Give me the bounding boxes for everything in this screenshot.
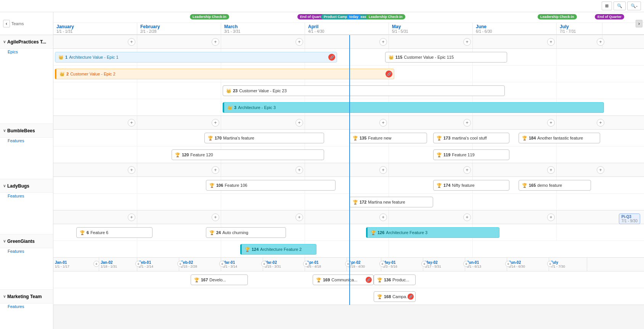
add-apr-bumble[interactable]: + — [379, 119, 387, 127]
bar-167-id: 167 — [201, 278, 208, 282]
add-jan-bumble[interactable]: + — [128, 119, 135, 127]
add-jan-lady[interactable]: + — [128, 166, 135, 174]
team-mktg-header-left[interactable]: ∨ Marketing Team — [0, 290, 53, 303]
bar-green-124[interactable]: 🏆 124 Architecture Feature 2 — [240, 244, 316, 255]
add-mar-green[interactable]: + — [296, 213, 303, 221]
gantt-scroll-area[interactable]: Leadership Check-in End of Quarter Produ… — [53, 12, 644, 329]
add-jan-agile[interactable]: + — [128, 38, 135, 46]
bar-agile-2[interactable]: 👑 2 Customer Value - Epic 2 🔗 — [55, 69, 394, 79]
add-mktg-apr2[interactable]: + — [379, 261, 385, 267]
add-may-bumble[interactable]: + — [463, 119, 471, 127]
add-jun-agile[interactable]: + — [547, 38, 555, 46]
team-bumble-header-left[interactable]: ∨ BumbleBees — [0, 124, 53, 138]
add-mar-bumble[interactable]: + — [296, 119, 303, 127]
add-feb-green[interactable]: + — [212, 213, 219, 221]
trophy-icon-124: 🏆 — [245, 247, 250, 252]
add-mktg-jan2[interactable]: + — [135, 261, 141, 267]
bar-mktg-168[interactable]: 🏆 168 Campa... 🔗 — [374, 291, 416, 302]
team-green-header-row: Pi-Q37/1 - 9/30 + + + + + + — [53, 210, 644, 224]
month-jul-header: July 7/1 - 7/31 — [557, 23, 602, 34]
add-jan-green[interactable]: + — [128, 213, 135, 221]
left-panel-header: ‹ Teams — [0, 12, 53, 35]
bar-green-126[interactable]: 🏆 126 Architecture Feature 3 — [366, 227, 499, 238]
add-may-green[interactable]: + — [463, 213, 471, 221]
bar-lady-172[interactable]: 🏆 172 Martina new feature — [349, 197, 433, 207]
bar-green-24[interactable]: 🏆 24 Auto churning — [206, 227, 286, 238]
bar-lady-106[interactable]: 🏆 106 Feature 106 — [206, 180, 336, 191]
month-feb-header: February 2/1 - 2/28 — [137, 23, 221, 34]
add-feb-lady[interactable]: + — [212, 166, 219, 174]
add-jul-bumble[interactable]: + — [597, 119, 604, 127]
add-jul-lady[interactable]: + — [597, 166, 604, 174]
green-row-1: 🏆 6 Feature 6 🏆 24 Auto churning 🏆 126 — [53, 224, 644, 241]
team-bumble-sub[interactable]: Features — [0, 138, 53, 145]
view-toggle-button[interactable]: ⊞ — [602, 2, 612, 10]
zoom-out-button[interactable]: 🔍- — [627, 2, 641, 10]
add-mktg-may1[interactable]: + — [421, 261, 427, 267]
add-mktg-jun2[interactable]: + — [547, 261, 553, 267]
add-mktg-jun1[interactable]: + — [505, 261, 511, 267]
agile-row-2: 👑 2 Customer Value - Epic 2 🔗 — [53, 66, 644, 82]
add-feb-bumble[interactable]: + — [212, 119, 219, 127]
add-apr-agile[interactable]: + — [379, 38, 387, 46]
bar-mktg-167[interactable]: 🏆 167 Develo... — [191, 274, 248, 285]
add-jun-lady[interactable]: + — [547, 166, 555, 174]
team-green-sub[interactable]: Features — [0, 248, 53, 256]
team-lady-sub[interactable]: Features — [0, 193, 53, 201]
zoom-in-button[interactable]: 🔍 — [613, 2, 626, 10]
bar-agile-23[interactable]: 👑 23 Customer Value - Epic 23 — [223, 85, 505, 96]
bar-agile-3[interactable]: 👑 3 Architecture - Epic 3 — [223, 102, 604, 113]
bar-agile-115[interactable]: 👑 115 Customer Value - Epic 115 — [385, 52, 507, 63]
bar-bumble-184[interactable]: 🏆 184 Another fantastic feature — [519, 133, 600, 143]
bar-agile-2-label: Customer Value - Epic 2 — [70, 72, 115, 76]
trophy-icon-6: 🏆 — [80, 230, 85, 235]
add-mar-agile[interactable]: + — [296, 38, 303, 46]
add-mktg-feb2[interactable]: + — [219, 261, 225, 267]
link-icon-169[interactable]: 🔗 — [366, 277, 372, 283]
bar-agile-115-id: 115 — [395, 55, 402, 59]
bar-bumble-120[interactable]: 🏆 120 Feature 120 — [172, 149, 324, 160]
add-jun-bumble[interactable]: + — [547, 119, 555, 127]
bar-mktg-136[interactable]: 🏆 136 Produc... — [374, 274, 416, 285]
add-mar-lady[interactable]: + — [296, 166, 303, 174]
add-jul-agile[interactable]: + — [597, 38, 604, 46]
add-feb-agile[interactable]: + — [212, 38, 219, 46]
bar-bumble-173[interactable]: 🏆 173 martina's cool stuff — [433, 133, 509, 143]
month-feb-range: 2/1 - 2/28 — [140, 29, 218, 34]
bar-lady-165[interactable]: 🏆 165 demo feature — [519, 180, 591, 191]
next-nav-button[interactable]: › — [636, 20, 642, 27]
team-lady-header-left[interactable]: ∨ LadyBugs — [0, 179, 53, 193]
bar-green-6[interactable]: 🏆 6 Feature 6 — [76, 227, 153, 238]
mktg-sub-jun2: Jun-02 6/14 - 6/30 — [507, 258, 549, 271]
add-may-lady[interactable]: + — [463, 166, 471, 174]
mktg-apr2-range: 4/19 - 4/30 — [348, 265, 379, 268]
bar-bumble-135[interactable]: 🏆 135 Feature new — [349, 133, 427, 143]
add-apr-lady[interactable]: + — [379, 166, 387, 174]
add-jun-green[interactable]: + — [547, 213, 555, 221]
bar-126-label: Architecture Feature 3 — [386, 230, 427, 235]
add-mktg-apr1[interactable]: + — [345, 261, 351, 267]
add-mktg-mar1[interactable]: + — [261, 261, 267, 267]
add-apr-green[interactable]: + — [379, 213, 387, 221]
bar-bumble-119[interactable]: 🏆 119 Feature 119 — [433, 149, 509, 160]
bar-mktg-169[interactable]: 🏆 169 Communica... 🔗 — [313, 274, 374, 285]
bar-agile-1[interactable]: 👑 1 Architecture Value - Epic 1 🔗 — [55, 52, 337, 63]
bar-bumble-170[interactable]: 🏆 170 Martina's feature — [204, 133, 324, 143]
team-green-header-left[interactable]: ∨ GreenGiants — [0, 234, 53, 248]
add-may-agile[interactable]: + — [463, 38, 471, 46]
add-mktg-jan1[interactable]: + — [93, 261, 100, 267]
team-agile-header-left[interactable]: ∨ AgilePractices T... — [0, 35, 53, 49]
add-mktg-may2[interactable]: + — [463, 261, 469, 267]
agile-header-bg: + + + + + + + — [53, 35, 644, 48]
link-icon-168[interactable]: 🔗 — [408, 294, 414, 300]
link-icon-1[interactable]: 🔗 — [328, 54, 335, 61]
month-apr-header: April 4/1 - 4/30 — [305, 23, 389, 34]
bar-lady-174[interactable]: 🏆 174 Nifty feature — [433, 180, 509, 191]
crown-icon-115: 👑 — [389, 55, 394, 60]
add-mktg-feb1[interactable]: + — [177, 261, 183, 267]
add-mktg-mar2[interactable]: + — [303, 261, 309, 267]
link-icon-2[interactable]: 🔗 — [385, 71, 392, 77]
team-agile-sub[interactable]: Epics — [0, 49, 53, 56]
prev-nav-button[interactable]: ‹ — [3, 20, 10, 27]
team-mktg-sub[interactable]: Features — [0, 303, 53, 311]
